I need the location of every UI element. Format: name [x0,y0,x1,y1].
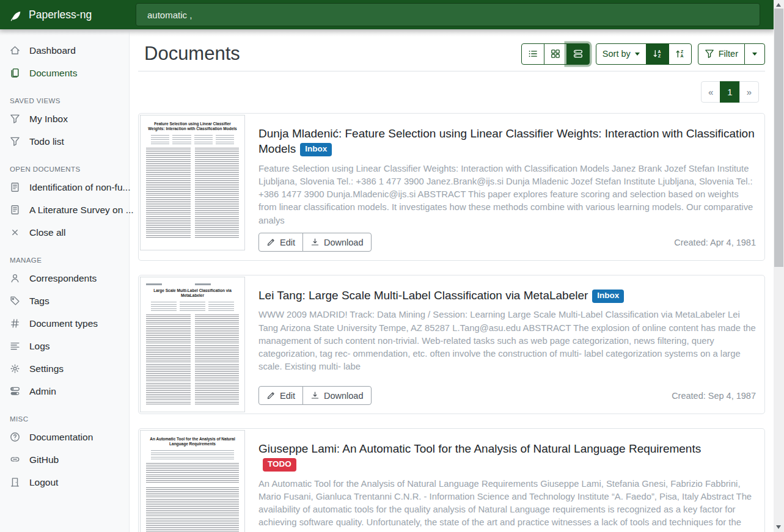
sidebar-item-github[interactable]: GitHub [0,448,129,471]
page-header: Documents [138,35,765,71]
sidebar-heading-manage: MANAGE [10,257,119,264]
edit-button[interactable]: Edit [258,233,303,252]
thumbnail-authors [151,450,234,459]
document-card-footer: Edit Download Created: Sep 4, 1987 [258,386,756,405]
file-text-icon [10,182,20,192]
sidebar-item-label: Settings [29,363,64,374]
sidebar-item-label: Admin [29,386,56,397]
funnel-icon [10,136,20,147]
document-title-link[interactable]: Giuseppe Lami: An Automatic Tool for the… [258,441,756,472]
view-details-button[interactable] [566,43,590,65]
door-icon [10,477,20,487]
sidebar-item-open-doc-1[interactable]: Identification of non-fu... [0,176,129,199]
thumbnail-authors [151,302,234,311]
pagination-next-button[interactable]: » [739,81,759,103]
filter-group: Filter [698,43,765,65]
sidebar-item-label: Document types [29,318,98,329]
x-icon [10,227,20,238]
sidebar-item-label: Dashboard [29,45,76,56]
sidebar-item-logs[interactable]: Logs [0,335,129,357]
sidebar-item-documents[interactable]: Documents [0,62,129,84]
link-icon [10,454,20,465]
sort-by-dropdown[interactable]: Sort by [596,43,647,65]
file-text-icon [10,205,20,215]
sidebar-item-dashboard[interactable]: Dashboard [0,39,129,62]
document-actions: Edit Download [258,386,372,405]
document-card-body: Dunja Mladenić: Feature Selection using … [258,115,763,259]
caret-down-icon [752,53,757,56]
document-card-body: Giuseppe Lami: An Automatic Tool for the… [258,430,763,532]
sidebar-item-tags[interactable]: Tags [0,290,129,312]
document-card: Feature Selection using Linear Classifie… [138,113,765,261]
sort-alpha-down-icon: AZ [653,49,662,59]
sidebar-item-close-all[interactable]: Close all [0,221,129,244]
grid-icon [551,49,560,59]
top-navbar: Paperless-ng [0,0,774,29]
document-title-link[interactable]: Lei Tang: Large Scale Multi-Label Classi… [258,288,756,303]
list-ul-icon [528,49,538,59]
sidebar-item-admin[interactable]: Admin [0,380,129,403]
main-panel: Documents [130,29,774,532]
pagination-page-1-button[interactable]: 1 [720,81,739,103]
funnel-icon [705,49,714,59]
inbox-tag-badge[interactable]: Inbox [300,143,332,156]
scrollbar-thumb[interactable] [774,9,783,267]
edit-button[interactable]: Edit [258,386,303,405]
sidebar-item-label: Identification of non-fu... [29,182,130,193]
view-list-button[interactable] [521,43,544,65]
edit-label: Edit [280,238,295,247]
sidebar-heading-saved-views: SAVED VIEWS [10,97,119,104]
sidebar-item-open-doc-2[interactable]: A Literature Survey on ... [0,199,129,221]
sidebar-item-label: Close all [29,227,65,238]
filter-dropdown-button[interactable] [744,43,765,65]
document-thumbnail[interactable]: Large Scale Multi-Label Classification v… [140,277,245,412]
document-card: An Automatic Tool for the Analysis of Na… [138,428,765,532]
view-grid-button[interactable] [544,43,567,65]
house-icon [10,45,20,56]
sidebar-item-documentation[interactable]: Documentation [0,426,129,448]
stack-icon [573,49,583,59]
document-card-body: Lei Tang: Large Scale Multi-Label Classi… [258,277,763,412]
document-thumbnail[interactable]: Feature Selection using Linear Classifie… [140,115,245,250]
download-button[interactable]: Download [302,386,372,405]
paperless-app: Paperless-ng Dashboard Documents SAVED V… [0,0,784,532]
sidebar-item-document-types[interactable]: Document types [0,312,129,335]
filter-button[interactable]: Filter [698,43,745,65]
sidebar-item-label: A Literature Survey on ... [29,205,134,216]
document-title-text: Lei Tang: Large Scale Multi-Label Classi… [258,289,588,302]
sidebar-item-label: Logs [29,341,50,352]
sort-group: Sort by AZ ZA [596,43,692,65]
sort-descending-button[interactable]: ZA [669,43,692,65]
sidebar-item-my-inbox[interactable]: My Inbox [0,107,129,130]
sidebar-item-settings[interactable]: Settings [0,357,129,380]
sort-by-label: Sort by [603,49,631,59]
leaf-logo-icon [9,8,23,22]
sidebar-item-label: Documents [29,68,77,79]
thumbnail-text-columns [146,148,239,238]
download-button[interactable]: Download [302,233,372,252]
edit-label: Edit [280,391,295,401]
scrollbar-down-arrow-icon[interactable] [776,525,781,529]
sidebar-item-label: Tags [29,296,49,307]
sidebar-heading-misc: MISC [10,415,119,423]
inbox-tag-badge[interactable]: Inbox [592,290,624,303]
sidebar-item-correspondents[interactable]: Correspondents [0,267,129,290]
search-input[interactable] [136,3,760,26]
download-icon [310,238,320,247]
document-thumbnail[interactable]: An Automatic Tool for the Analysis of Na… [140,430,245,532]
toggles-icon [10,386,20,396]
sidebar-item-todo-list[interactable]: Todo list [0,130,129,153]
todo-tag-badge[interactable]: TODO [263,458,296,472]
download-label: Download [324,238,364,247]
sidebar-item-logout[interactable]: Logout [0,471,129,494]
window-scrollbar[interactable] [774,0,784,532]
scrollbar-up-arrow-icon[interactable] [776,3,781,7]
pagination-prev-button[interactable]: « [701,81,720,103]
brand-home-link[interactable]: Paperless-ng [0,8,130,22]
sort-ascending-button[interactable]: AZ [646,43,669,65]
document-title-link[interactable]: Dunja Mladenić: Feature Selection using … [258,126,756,157]
thumbnail-header-line [146,283,239,285]
document-card-footer: Edit Download Created: Apr 4, 1981 [258,233,756,252]
sidebar-item-label: GitHub [29,454,59,465]
sidebar-item-label: Documentation [29,432,93,443]
